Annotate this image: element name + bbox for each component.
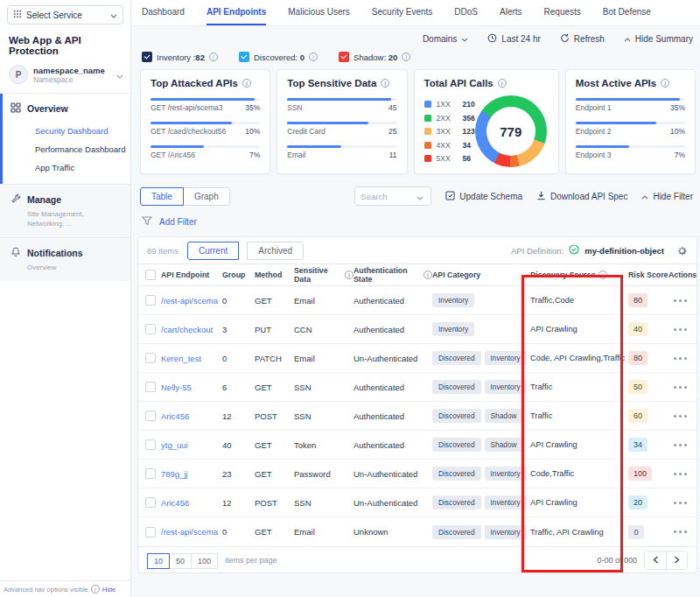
checkbox-icon[interactable] bbox=[239, 52, 249, 62]
checkbox-icon[interactable] bbox=[142, 52, 152, 62]
checkbox-icon[interactable] bbox=[339, 52, 349, 62]
endpoint-link[interactable]: 789g_jj bbox=[161, 469, 222, 479]
ellipsis-icon[interactable] bbox=[679, 415, 682, 418]
page-size-10[interactable]: 10 bbox=[147, 553, 170, 569]
column-header-discovery-source[interactable]: Discovery Sourcei bbox=[530, 270, 628, 279]
next-page-button[interactable] bbox=[666, 551, 687, 569]
sidebar-section-notifications[interactable]: Notifications Overview bbox=[0, 237, 130, 281]
ellipsis-icon[interactable] bbox=[679, 299, 682, 302]
endpoint-link[interactable]: Aric456 bbox=[161, 498, 222, 508]
ellipsis-icon[interactable] bbox=[679, 357, 682, 360]
summary-filter-inventory[interactable]: Inventory :82i bbox=[142, 52, 218, 62]
hide-summary-button[interactable]: Hide Summary bbox=[624, 34, 693, 44]
archived-view-button[interactable]: Archived bbox=[247, 242, 304, 260]
tab-ddos[interactable]: DDoS bbox=[454, 0, 478, 25]
tab-dashboard[interactable]: Dashboard bbox=[142, 0, 185, 25]
sidebar-section-manage[interactable]: Manage Site Management, Networking, ... bbox=[0, 184, 130, 237]
sidebar-item-overview[interactable]: Overview bbox=[10, 102, 130, 115]
ellipsis-icon[interactable] bbox=[679, 473, 682, 475]
row-checkbox[interactable] bbox=[145, 411, 156, 421]
refresh-button[interactable]: Refresh bbox=[560, 33, 605, 45]
time-range-button[interactable]: Last 24 hr bbox=[487, 33, 540, 45]
row-actions[interactable] bbox=[668, 415, 696, 418]
column-header-actions[interactable]: Actions bbox=[668, 270, 696, 279]
row-checkbox[interactable] bbox=[145, 468, 156, 479]
metric-bar bbox=[576, 98, 680, 101]
add-filter-link[interactable]: Add Filter bbox=[159, 217, 197, 227]
current-view-button[interactable]: Current bbox=[187, 242, 239, 260]
endpoint-link[interactable]: Aric456 bbox=[161, 411, 222, 421]
sensitive-data-cell: Token bbox=[294, 440, 354, 450]
ellipsis-icon[interactable] bbox=[679, 530, 682, 533]
hide-nav-link[interactable]: Hide bbox=[102, 586, 116, 593]
endpoint-link[interactable]: /rest-api/scema bbox=[161, 296, 222, 306]
category-tags: DiscoveredInventory bbox=[432, 351, 530, 365]
select-all-checkbox[interactable] bbox=[145, 270, 156, 280]
ellipsis-icon[interactable] bbox=[679, 328, 682, 331]
tab-requests[interactable]: Requests bbox=[544, 0, 581, 25]
refresh-label: Refresh bbox=[574, 34, 605, 44]
tab-security-events[interactable]: Security Events bbox=[372, 0, 432, 25]
ellipsis-icon[interactable] bbox=[679, 502, 682, 504]
ellipsis-icon[interactable] bbox=[679, 444, 682, 446]
endpoint-link[interactable]: ytg_uui bbox=[161, 440, 222, 450]
card-top-attacked-apis: Top Attacked APIsiGET /rest-api/scema335… bbox=[140, 69, 270, 174]
page-size-50[interactable]: 50 bbox=[169, 553, 192, 569]
row-actions[interactable] bbox=[668, 357, 696, 360]
ellipsis-icon[interactable] bbox=[679, 386, 682, 389]
tab-api-endpoints[interactable]: API Endpoints bbox=[206, 0, 266, 25]
namespace-selector[interactable]: P namespace_name Namespace bbox=[0, 63, 130, 94]
row-actions[interactable] bbox=[668, 502, 696, 504]
summary-filter-discovered[interactable]: Discovered: 0i bbox=[239, 52, 318, 62]
row-checkbox[interactable] bbox=[145, 353, 156, 363]
endpoint-link[interactable]: Nelly-55 bbox=[161, 383, 222, 392]
gear-icon[interactable] bbox=[676, 245, 688, 256]
tab-alerts[interactable]: Alerts bbox=[500, 0, 522, 25]
tab-bot-defense[interactable]: Bot Defense bbox=[603, 0, 651, 25]
row-actions[interactable] bbox=[668, 444, 696, 446]
page-size-100[interactable]: 100 bbox=[191, 553, 218, 569]
column-header-method[interactable]: Method bbox=[255, 270, 294, 279]
sidebar-item-app-traffic[interactable]: App Traffic bbox=[35, 158, 130, 177]
row-actions[interactable] bbox=[668, 473, 696, 475]
column-header-api-category[interactable]: API Category bbox=[432, 270, 530, 279]
prev-page-button[interactable] bbox=[645, 551, 666, 569]
hide-filter-button[interactable]: Hide Filter bbox=[641, 192, 693, 201]
row-checkbox[interactable] bbox=[145, 324, 156, 334]
select-service-dropdown[interactable]: Select Service bbox=[7, 5, 123, 25]
update-schema-button[interactable]: Update Schema bbox=[445, 191, 522, 202]
legend-row-1xx: 1XX210 bbox=[424, 100, 475, 109]
legend-label: 3XX bbox=[437, 127, 451, 136]
row-checkbox[interactable] bbox=[145, 382, 156, 392]
column-header-risk-score[interactable]: Risk Score bbox=[628, 270, 668, 279]
api-definition-value[interactable]: my-definition-object bbox=[584, 246, 664, 256]
table-view-button[interactable]: Table bbox=[140, 187, 184, 206]
row-checkbox[interactable] bbox=[145, 295, 156, 306]
endpoint-link[interactable]: Keren_test bbox=[161, 354, 222, 363]
row-actions[interactable] bbox=[668, 530, 696, 533]
column-header-authentication-state[interactable]: Authentication Statei bbox=[354, 266, 432, 284]
search-input[interactable] bbox=[360, 192, 413, 201]
row-actions[interactable] bbox=[668, 386, 696, 389]
summary-filter-shadow[interactable]: Shadow: 20i bbox=[339, 52, 410, 62]
column-header-sensitive-data[interactable]: Sensitive Datai bbox=[294, 266, 354, 284]
row-actions[interactable] bbox=[668, 328, 696, 331]
sidebar-item-performance-dashboard[interactable]: Performance Dashboard bbox=[35, 140, 130, 158]
row-checkbox[interactable] bbox=[145, 527, 156, 537]
endpoint-link[interactable]: /rest-api/scema bbox=[161, 527, 222, 537]
metric-bar-track bbox=[576, 98, 685, 101]
sidebar-item-security-dashboard[interactable]: Security Dashboard bbox=[35, 122, 130, 140]
auth-state-cell: Authenticated bbox=[354, 296, 432, 306]
metric-bar bbox=[150, 122, 232, 124]
row-checkbox[interactable] bbox=[145, 497, 156, 508]
graph-view-button[interactable]: Graph bbox=[183, 187, 230, 206]
row-checkbox[interactable] bbox=[145, 439, 156, 450]
column-header-group[interactable]: Group bbox=[222, 270, 255, 279]
endpoint-link[interactable]: /cart/checkout bbox=[161, 325, 222, 334]
column-header-api-endpoint[interactable]: API Endpoint bbox=[161, 270, 222, 279]
download-api-spec-button[interactable]: Download API Spec bbox=[536, 191, 627, 202]
row-actions[interactable] bbox=[668, 299, 696, 302]
domains-dropdown[interactable]: Domains bbox=[423, 34, 468, 44]
tab-malicious-users[interactable]: Malicious Users bbox=[288, 0, 350, 25]
pagination-range: 0-00 of 000 bbox=[597, 556, 637, 565]
